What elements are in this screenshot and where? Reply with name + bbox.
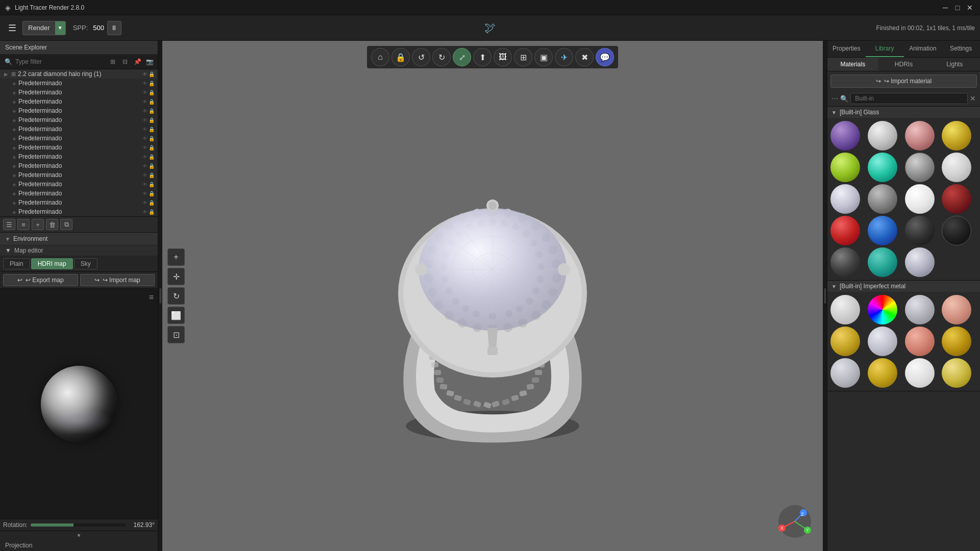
glass-material-9[interactable] — [868, 184, 897, 214]
item-eye-icon[interactable]: 👁 — [142, 191, 148, 196]
home-view-button[interactable]: ⌂ — [371, 48, 389, 66]
item-eye-icon[interactable]: 👁 — [142, 136, 148, 141]
import-material-button[interactable]: ↪ ↪ Import material — [830, 74, 977, 88]
imperfect-material-5[interactable] — [868, 327, 897, 356]
tab-settings[interactable]: Settings — [942, 41, 980, 57]
item-eye-icon[interactable]: 👁 — [142, 182, 148, 187]
tree-child-item[interactable]: ◈ Predeterminado 👁 🔒 — [0, 97, 158, 106]
tree-child-item[interactable]: ◈ Predeterminado 👁 🔒 — [0, 198, 158, 207]
glass-material-14[interactable] — [905, 216, 935, 245]
glass-material-3[interactable] — [942, 121, 971, 151]
glass-material-12[interactable] — [830, 216, 860, 245]
grid-view-icon[interactable]: ⊟ — [120, 57, 130, 67]
tab-library[interactable]: Library — [866, 41, 904, 57]
left-divider[interactable] — [158, 41, 162, 551]
item-lock-icon[interactable]: 🔒 — [149, 90, 155, 95]
tab-plain[interactable]: Plain — [3, 258, 30, 269]
render-dropdown-arrow[interactable]: ▼ — [55, 21, 65, 35]
split-view-button[interactable]: ▣ — [534, 48, 553, 66]
tab-hdri[interactable]: HDRI map — [31, 258, 73, 269]
import-map-button[interactable]: ↪ ↪ Import map — [80, 274, 155, 286]
material-filter-input[interactable] — [850, 93, 968, 104]
imperfect-material-3[interactable] — [942, 295, 971, 324]
discord-button[interactable]: 💬 — [596, 48, 614, 66]
viewport[interactable]: ⌂ 🔒 ↺ ↻ ⤢ ⬆ 🖼 ⊞ ▣ ✈ ✖ 💬 + ✛ ↻ ⬜ ⊡ — [162, 41, 823, 551]
scene-search-input[interactable] — [15, 58, 106, 65]
tree-child-item[interactable]: ◈ Predeterminado 👁 🔒 — [0, 207, 158, 216]
item-eye-icon[interactable]: 👁 — [142, 145, 148, 151]
tree-child-item[interactable]: ◈ Predeterminado 👁 🔒 — [0, 161, 158, 170]
glass-material-17[interactable] — [868, 247, 897, 277]
item-lock-icon[interactable]: 🔒 — [149, 191, 155, 196]
imperfect-material-1[interactable] — [868, 295, 897, 324]
item-lock-icon[interactable]: 🔒 — [149, 108, 155, 114]
item-eye-icon[interactable]: 👁 — [142, 127, 148, 132]
item-eye-icon[interactable]: 👁 — [142, 81, 148, 86]
glass-material-0[interactable] — [830, 121, 860, 151]
copy-btn[interactable]: ⧉ — [60, 219, 72, 230]
tree-child-item[interactable]: ◈ Predeterminado 👁 🔒 — [0, 134, 158, 143]
eye-icon[interactable]: 👁 — [142, 71, 148, 77]
tree-root-item[interactable]: ▶ ⊞ 2.2 carat diamond halo ring (1) 👁 🔒 — [0, 69, 158, 79]
glass-section-header[interactable]: ▼ [Built-in] Glass — [827, 107, 980, 118]
tab-animation[interactable]: Animation — [904, 41, 942, 57]
item-eye-icon[interactable]: 👁 — [142, 209, 148, 215]
lock-view-button[interactable]: 🔒 — [391, 48, 410, 66]
add-tool-button[interactable]: + — [167, 248, 185, 266]
item-eye-icon[interactable]: 👁 — [142, 90, 148, 95]
glass-material-10[interactable] — [905, 184, 935, 214]
glass-material-13[interactable] — [868, 216, 897, 245]
tree-child-item[interactable]: ◈ Predeterminado 👁 🔒 — [0, 189, 158, 198]
tab-sky[interactable]: Sky — [74, 258, 97, 269]
rotate-tool-button[interactable]: ↻ — [167, 287, 185, 305]
grid-view-button[interactable]: ⊞ — [514, 48, 532, 66]
item-eye-icon[interactable]: 👁 — [142, 154, 148, 160]
map-editor-arrow[interactable]: ▼ — [5, 247, 11, 254]
glass-material-1[interactable] — [868, 121, 897, 151]
item-lock-icon[interactable]: 🔒 — [149, 136, 155, 141]
imperfect-material-4[interactable] — [830, 327, 860, 356]
item-lock-icon[interactable]: 🔒 — [149, 172, 155, 178]
list-btn[interactable]: ≡ — [17, 219, 30, 230]
glass-material-18[interactable] — [905, 247, 935, 277]
tree-child-item[interactable]: ◈ Predeterminado 👁 🔒 — [0, 124, 158, 134]
tree-child-item[interactable]: ◈ Predeterminado 👁 🔒 — [0, 79, 158, 88]
camera-icon[interactable]: 📷 — [144, 57, 155, 67]
item-lock-icon[interactable]: 🔒 — [149, 182, 155, 187]
glass-material-2[interactable] — [905, 121, 935, 151]
glass-material-8[interactable] — [830, 184, 860, 214]
minimize-button[interactable]: ─ — [940, 3, 950, 13]
tree-child-item[interactable]: ◈ Predeterminado 👁 🔒 — [0, 152, 158, 161]
pin-icon[interactable]: 📌 — [132, 57, 142, 67]
render-label[interactable]: Render — [23, 24, 55, 32]
tab-materials[interactable]: Materials — [827, 58, 878, 71]
item-eye-icon[interactable]: 👁 — [142, 108, 148, 114]
glass-material-5[interactable] — [868, 153, 897, 182]
env-menu-button[interactable]: ≡ — [149, 293, 154, 302]
export-view-button[interactable]: ✈ — [555, 48, 573, 66]
materials-scroll-area[interactable]: ▼ [Built-in] Glass ▼ [Built-in] Imperfec… — [827, 107, 980, 551]
redo-view-button[interactable]: ↻ — [432, 48, 451, 66]
glass-material-15[interactable] — [942, 216, 971, 245]
item-eye-icon[interactable]: 👁 — [142, 117, 148, 123]
imperfect-section-header[interactable]: ▼ [Built-in] Imperfect metal — [827, 281, 980, 292]
item-lock-icon[interactable]: 🔒 — [149, 117, 155, 123]
tree-child-item[interactable]: ◈ Predeterminado 👁 🔒 — [0, 180, 158, 189]
expand-view-button[interactable]: ⤢ — [453, 48, 471, 66]
imperfect-material-7[interactable] — [942, 327, 971, 356]
item-eye-icon[interactable]: 👁 — [142, 200, 148, 206]
glass-material-16[interactable] — [830, 247, 860, 277]
item-lock-icon[interactable]: 🔒 — [149, 209, 155, 215]
add-btn[interactable]: + — [32, 219, 44, 230]
image-view-button[interactable]: 🖼 — [494, 48, 512, 66]
maximize-button[interactable]: □ — [952, 3, 963, 13]
tree-child-item[interactable]: ◈ Predeterminado 👁 🔒 — [0, 115, 158, 124]
imperfect-material-9[interactable] — [868, 358, 897, 388]
undo-view-button[interactable]: ↺ — [412, 48, 430, 66]
imperfect-material-6[interactable] — [905, 327, 935, 356]
move-tool-button[interactable]: ✛ — [167, 268, 185, 285]
item-lock-icon[interactable]: 🔒 — [149, 81, 155, 86]
glass-material-6[interactable] — [905, 153, 935, 182]
glass-material-11[interactable] — [942, 184, 971, 214]
item-lock-icon[interactable]: 🔒 — [149, 145, 155, 151]
